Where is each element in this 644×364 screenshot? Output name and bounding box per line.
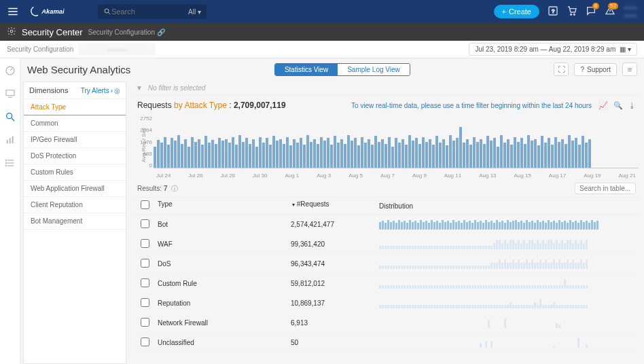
svg-line-15 [12,118,14,121]
line-chart-icon[interactable]: 📈 [598,101,608,110]
row-distribution [379,297,639,308]
row-distribution [379,278,639,289]
fullscreen-icon[interactable]: ⛶ [554,62,569,76]
rail-list-icon[interactable] [5,158,16,168]
row-checkbox[interactable] [141,219,149,228]
realtime-tip[interactable]: To view real-time data, please use a tim… [351,102,592,109]
download-icon[interactable]: ⭳ [628,101,636,110]
y-axis: 2752206413766880 [135,115,152,168]
table-row[interactable]: Bot2,574,421,477 [135,215,639,234]
svg-point-3 [105,9,109,13]
help-icon: ? [580,66,584,73]
col-check[interactable] [135,200,155,211]
table-body: Bot2,574,421,477WAF99,361,420DoS96,343,4… [135,215,639,352]
date-range-text: Jul 23, 2019 8:29 am — Aug 22, 2019 8:29… [475,46,615,53]
try-alerts-link[interactable]: Try Alerts › ◎ [81,87,120,94]
create-button[interactable]: + Create [494,5,539,18]
dimensions-title: Dimensions [29,86,68,94]
brand-logo[interactable]: Akamai [30,5,84,18]
row-type: Bot [155,221,291,228]
dim-item-dos-protection[interactable]: DoS Protection [24,148,126,164]
row-requests: 99,361,420 [291,240,379,248]
search-input[interactable] [111,7,179,16]
row-requests: 50 [291,339,379,346]
breadcrumb[interactable]: Security Configuration [7,46,73,53]
rail-dashboard-icon[interactable] [5,65,16,76]
chevron-down-icon: ▾ [198,8,201,16]
menu-icon[interactable]: ≡ [622,62,637,76]
x-axis: Jul 24Jul 26Jul 28Jul 30Aug 1Aug 3Aug 5A… [154,172,639,179]
zoom-icon[interactable]: 🔍 [613,101,623,110]
search-icon [103,7,111,16]
breadcrumb-blurred: ——— [79,43,155,55]
table-row[interactable]: Custom Rule59,812,012 [135,274,639,293]
svg-point-24 [5,165,6,166]
row-checkbox[interactable] [141,278,149,287]
dim-item-ip-geo-firewall[interactable]: IP/Geo Firewall [24,132,126,148]
filter-row: ▼ No filter is selected [135,81,639,95]
row-type: Network Firewall [155,319,291,327]
alert-icon[interactable]: 52 [605,5,615,18]
support-button[interactable]: ? Support [574,63,617,76]
row-requests: 59,812,012 [291,280,379,287]
menu-icon[interactable] [7,5,20,18]
tab-sample-log-view[interactable]: Sample Log View [338,64,410,75]
search-scope[interactable]: All ▾ [188,8,201,16]
table-row[interactable]: DoS96,343,474 [135,254,639,274]
row-type: Reputation [155,299,291,307]
dim-item-web-application-firewall[interactable]: Web Application Firewall [24,181,126,197]
user-block[interactable]: —— —— [624,3,637,20]
chat-icon[interactable]: 8 [586,5,596,18]
help-icon[interactable]: ? [548,5,558,18]
link-icon: 🔗 [157,29,165,36]
body-split: Dimensions Try Alerts › ◎ Attack TypeCom… [20,81,644,364]
rail-search-icon[interactable] [5,111,16,122]
row-checkbox[interactable] [141,259,149,268]
svg-rect-17 [9,138,10,143]
cart-icon[interactable] [567,5,577,18]
row-distribution [379,219,639,230]
alert-badge: 52 [608,3,618,10]
dim-item-custom-rules[interactable]: Custom Rules [24,164,126,181]
dim-item-common[interactable]: Common [24,115,126,132]
row-checkbox[interactable] [141,298,149,307]
chart-bars [154,115,639,168]
sort-caret-icon: ▾ [292,202,295,208]
row-checkbox[interactable] [141,318,149,327]
requests-chart: Avg Req / Sec 2752206413766880 [154,115,639,168]
col-distribution[interactable]: Distribution [379,200,639,211]
target-icon: ◎ [114,87,120,94]
col-type[interactable]: Type [155,200,291,211]
info-icon[interactable]: ⓘ [171,184,178,194]
col-requests[interactable]: ▾ #Requests [291,200,379,211]
table-row[interactable]: Unclassified50 [135,333,639,352]
dimensions-header: Dimensions Try Alerts › ◎ [24,82,126,99]
main: Web Security Analytics Statistics View S… [0,58,644,364]
dim-item-bot-management[interactable]: Bot Management [24,213,126,230]
plus-icon: + [502,7,506,16]
table-row[interactable]: Reputation10,869,137 [135,293,639,313]
table-row[interactable]: Network Firewall6,913 [135,313,639,333]
left-rail [0,58,20,364]
breadcrumb-bar: Security Configuration ——— Jul 23, 2019 … [0,41,644,58]
svg-point-10 [10,30,13,33]
row-checkbox[interactable] [141,338,149,346]
view-toggle: Statistics View Sample Log View [274,63,410,76]
rail-bars-icon[interactable] [5,134,16,145]
row-type: DoS [155,260,291,268]
row-type: Unclassified [155,339,291,346]
row-checkbox[interactable] [141,239,149,248]
date-range[interactable]: Jul 23, 2019 8:29 am — Aug 22, 2019 8:29… [469,43,637,56]
dim-item-client-reputation[interactable]: Client Reputation [24,197,126,213]
svg-point-23 [5,162,6,163]
table-row[interactable]: WAF99,361,420 [135,234,639,254]
top-bar: Akamai All ▾ + Create ? 8 52 —— —— [0,0,644,23]
dim-item-attack-type[interactable]: Attack Type [24,99,126,115]
tab-statistics-view[interactable]: Statistics View [275,64,338,75]
config-label[interactable]: Security Configuration 🔗 [88,29,165,36]
search-box[interactable]: All ▾ [98,4,207,19]
rail-monitor-icon[interactable] [5,88,16,99]
filter-icon[interactable]: ▼ [136,84,143,92]
row-requests: 6,913 [291,319,379,327]
table-search-input[interactable] [575,183,636,194]
